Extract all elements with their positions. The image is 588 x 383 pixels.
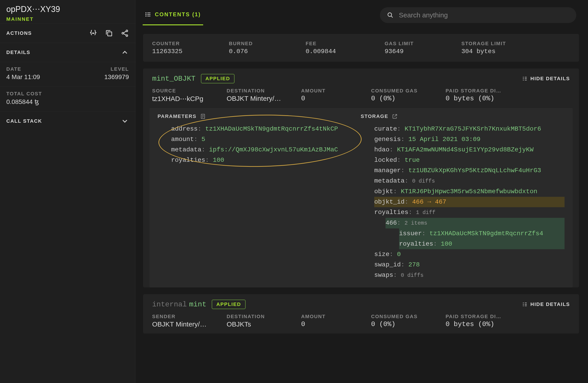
svg-point-8 bbox=[146, 16, 146, 16]
copy-icon[interactable] bbox=[105, 29, 113, 37]
topbar: CONTENTS (1) bbox=[135, 0, 588, 25]
search-input[interactable] bbox=[399, 11, 569, 19]
total-cost-value: 0.085844 ꜩ bbox=[6, 98, 129, 106]
source-label: SOURCE bbox=[152, 88, 213, 94]
storage-royalties[interactable]: royalties: 1 diff bbox=[374, 207, 565, 218]
op-name: mint_OBJKT bbox=[152, 75, 195, 83]
storage-objkt: objkt: KT1RJ6PbjHpwc3M5rw5s2Nbmefwbuwbdx… bbox=[374, 186, 565, 197]
op-name: internalmint bbox=[152, 300, 206, 309]
source-value[interactable]: tz1XHAD⋯kCPg bbox=[152, 95, 213, 103]
chevron-up-icon bbox=[121, 48, 129, 56]
main-content: CONTENTS (1) COUNTER 11263325 BURNED 0.0… bbox=[135, 0, 588, 383]
share-icon[interactable] bbox=[121, 29, 129, 37]
storage-label: STORAGE bbox=[361, 113, 388, 119]
paid-storage-label: PAID STORAGE DI… bbox=[446, 88, 502, 94]
dest-label: DESTINATION bbox=[227, 88, 288, 94]
counter-label: COUNTER bbox=[152, 41, 211, 46]
sender-label: SENDER bbox=[152, 314, 213, 319]
svg-point-9 bbox=[388, 13, 392, 16]
amount-value: 0 bbox=[301, 320, 357, 328]
actions-row: ACTIONS bbox=[0, 23, 135, 43]
call-stack-toggle[interactable]: CALL STACK bbox=[0, 112, 135, 131]
svg-point-7 bbox=[146, 14, 146, 15]
param-amount: amount: 5 bbox=[171, 134, 352, 145]
storage-limit-value: 304 bytes bbox=[461, 48, 506, 55]
amount-value: 0 bbox=[301, 95, 357, 102]
summary-card: COUNTER 11263325 BURNED 0.076 FEE 0.0098… bbox=[143, 34, 579, 62]
details-icon bbox=[522, 76, 528, 82]
sidebar: opPDX⋯XY39 MAINNET ACTIONS DETAILS DATE … bbox=[0, 0, 135, 383]
dest-value[interactable]: OBJKT Mintery/… bbox=[227, 95, 288, 102]
details-toggle[interactable]: DETAILS bbox=[0, 43, 135, 62]
dest-label: DESTINATION bbox=[227, 314, 288, 319]
royalties-issuer: issuer: tz1XHADaUcMSkTN9gdmtRqcnrrZfs4 bbox=[399, 228, 565, 239]
svg-point-6 bbox=[146, 13, 146, 13]
status-badge: APPLIED bbox=[201, 74, 234, 83]
paid-storage-label: PAID STORAGE DI… bbox=[446, 314, 502, 319]
sender-value[interactable]: OBJKT Mintery/… bbox=[152, 320, 213, 328]
consumed-gas-label: CONSUMED GAS bbox=[371, 88, 432, 94]
storage-metadata: metadata: 0 diffs bbox=[374, 176, 565, 186]
hide-details-label: HIDE DETAILS bbox=[530, 76, 570, 82]
tab-label: CONTENTS (1) bbox=[155, 11, 201, 18]
fee-label: FEE bbox=[306, 41, 367, 46]
storage-curate: curate: KT1TybhR7XraG75JFYKSrh7KnxukMBT5… bbox=[374, 124, 565, 134]
actions-label: ACTIONS bbox=[6, 30, 32, 36]
storage-genesis: genesis: 15 April 2021 03:09 bbox=[374, 134, 565, 145]
status-badge: APPLIED bbox=[212, 300, 245, 309]
royalties-inner: royalties: 100 bbox=[399, 239, 565, 249]
burned-label: BURNED bbox=[229, 41, 288, 46]
storage-swap-id: swap_id: 278 bbox=[374, 260, 565, 270]
storage-locked: locked: true bbox=[374, 155, 565, 165]
json-icon[interactable] bbox=[89, 29, 97, 37]
hide-details-button[interactable]: HIDE DETAILS bbox=[522, 76, 570, 82]
storage-limit-label: STORAGE LIMIT bbox=[461, 41, 506, 46]
svg-point-1 bbox=[93, 33, 94, 33]
chevron-down-icon bbox=[121, 117, 129, 125]
list-icon bbox=[145, 11, 151, 18]
svg-rect-2 bbox=[108, 32, 112, 36]
search-icon bbox=[387, 12, 393, 19]
parameters-label: PARAMETERS bbox=[158, 113, 196, 119]
operation-hash: opPDX⋯XY39 bbox=[6, 4, 129, 14]
gas-limit-value: 93649 bbox=[385, 48, 443, 55]
level-value: 1369979 bbox=[104, 73, 129, 81]
counter-value: 11263325 bbox=[152, 48, 211, 55]
consumed-gas-value: 0 (0%) bbox=[371, 320, 432, 328]
storage-swaps: swaps: 0 diffs bbox=[374, 270, 565, 281]
amount-label: AMOUNT bbox=[301, 88, 357, 94]
royalties-item[interactable]: 466: 2 items bbox=[385, 218, 565, 228]
storage-objkt-id: objkt_id: 466 → 467 bbox=[374, 197, 565, 207]
parameters-column: PARAMETERS address: tz1XHADaUcMSkTN9gdmt… bbox=[158, 113, 352, 281]
hide-details-button[interactable]: HIDE DETAILS bbox=[522, 301, 570, 307]
param-address: address: tz1XHADaUcMSkTN9gdmtRqcnrrZfs4t… bbox=[171, 124, 352, 134]
operation-card-mint-objkt: mint_OBJKT APPLIED HIDE DETAILS SOURCE t… bbox=[143, 68, 579, 287]
paid-storage-value: 0 bytes (0%) bbox=[446, 320, 502, 328]
storage-column: STORAGE curate: KT1TybhR7XraG75JFYKSrh7K… bbox=[361, 113, 565, 281]
total-cost-label: TOTAL COST bbox=[6, 91, 129, 97]
level-label: LEVEL bbox=[104, 66, 129, 72]
svg-point-0 bbox=[93, 33, 93, 33]
hide-details-label: HIDE DETAILS bbox=[530, 301, 570, 307]
storage-hdao: hdao: KT1AFA2mwNUMNd4SsujE1YYp29vd8BZejy… bbox=[374, 145, 565, 155]
dest-value[interactable]: OBJKTs bbox=[227, 320, 288, 328]
details-label: DETAILS bbox=[6, 49, 30, 55]
external-link-icon[interactable] bbox=[392, 113, 398, 119]
date-level-row: DATE 4 Mar 11:09 LEVEL 1369979 bbox=[0, 62, 135, 87]
consumed-gas-value: 0 (0%) bbox=[371, 95, 432, 102]
consumed-gas-label: CONSUMED GAS bbox=[371, 314, 432, 319]
network-label: MAINNET bbox=[6, 16, 129, 22]
search-bar[interactable] bbox=[380, 7, 576, 23]
fee-value: 0.009844 bbox=[306, 48, 367, 55]
tab-contents[interactable]: CONTENTS (1) bbox=[143, 5, 203, 25]
gas-limit-label: GAS LIMIT bbox=[385, 41, 443, 46]
document-icon[interactable] bbox=[200, 113, 206, 119]
burned-value: 0.076 bbox=[229, 48, 288, 55]
details-icon bbox=[522, 301, 528, 307]
total-cost-row: TOTAL COST 0.085844 ꜩ bbox=[0, 87, 135, 112]
operation-card-internal-mint: internalmint APPLIED HIDE DETAILS SENDER… bbox=[143, 294, 579, 334]
date-value: 4 Mar 11:09 bbox=[6, 73, 40, 81]
param-metadata: metadata: ipfs://QmXJ98cXwjxvnL57uKm1AzB… bbox=[171, 145, 352, 155]
call-stack-label: CALL STACK bbox=[6, 118, 42, 124]
paid-storage-value: 0 bytes (0%) bbox=[446, 95, 502, 102]
